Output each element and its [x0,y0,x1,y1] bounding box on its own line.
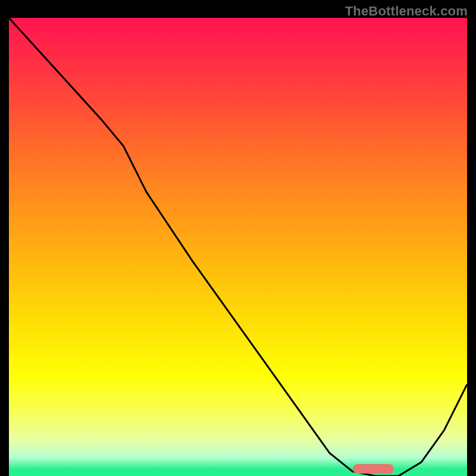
bottleneck-curve [9,18,467,476]
curve-line [9,18,467,476]
watermark-text: TheBottleneck.com [345,4,468,19]
optimal-range-marker [353,464,394,474]
